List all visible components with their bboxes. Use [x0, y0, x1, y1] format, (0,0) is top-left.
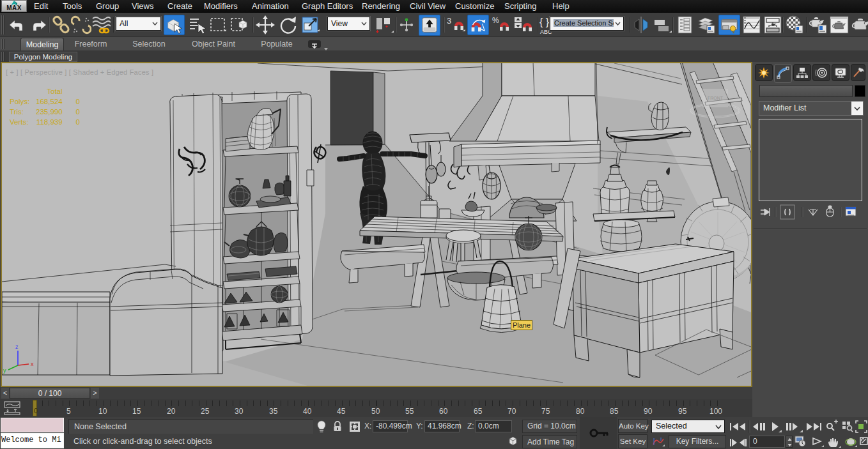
svg-text:3: 3	[447, 16, 451, 26]
svg-text:%: %	[492, 16, 499, 25]
svg-text:FRONT: FRONT	[708, 96, 724, 100]
svg-text:x: x	[31, 361, 34, 367]
svg-text:z: z	[15, 344, 19, 350]
svg-text:y: y	[3, 367, 6, 374]
svg-text:{ }: { }	[539, 17, 550, 27]
